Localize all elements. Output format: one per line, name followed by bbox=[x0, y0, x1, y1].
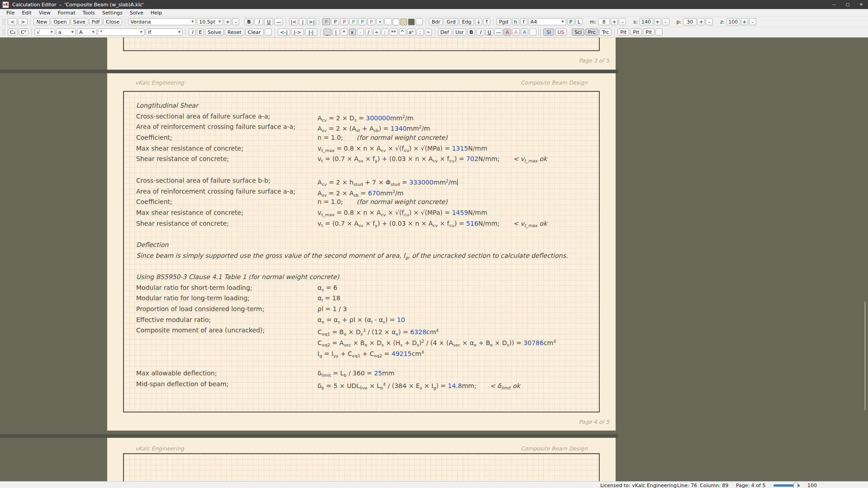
menu-settings[interactable]: Settings bbox=[99, 9, 126, 16]
doc-row[interactable]: Longtitudinal Shear bbox=[124, 100, 599, 111]
nav-back-button[interactable]: < bbox=[8, 18, 17, 25]
menu-solve[interactable]: Solve bbox=[126, 9, 147, 16]
math-strike-button[interactable]: — bbox=[494, 28, 503, 36]
plot-3-button[interactable]: Plt bbox=[643, 28, 655, 36]
indent-left-button[interactable]: <-| bbox=[278, 28, 290, 36]
user-button[interactable]: Usr bbox=[453, 28, 466, 36]
page-decrease-button[interactable]: - bbox=[706, 18, 713, 25]
underline-button[interactable]: U bbox=[264, 18, 273, 25]
define-button[interactable]: Def bbox=[438, 28, 452, 36]
color-swatch-beige[interactable] bbox=[400, 19, 407, 25]
paper-size-combo[interactable]: A4▼ bbox=[528, 18, 566, 25]
close-window-button[interactable]: ✕ bbox=[854, 0, 868, 9]
paragraph-style-orange-button[interactable]: P bbox=[367, 18, 375, 25]
blank-button[interactable] bbox=[416, 18, 423, 25]
align-left-button[interactable]: |< bbox=[289, 18, 298, 25]
zoom-slider[interactable] bbox=[773, 484, 800, 487]
pipe-operator-button[interactable]: | bbox=[332, 28, 340, 36]
superscript-button[interactable]: C² bbox=[19, 28, 28, 36]
align-right-button[interactable]: >| bbox=[307, 18, 316, 25]
semicolon-button[interactable]: ; bbox=[417, 28, 424, 36]
font-size-combo[interactable]: 10.5pt▼ bbox=[197, 18, 223, 25]
spacing-increase-button[interactable]: + bbox=[654, 18, 661, 25]
nav-forward-button[interactable]: > bbox=[18, 18, 28, 25]
solve-button[interactable]: Solve bbox=[205, 28, 224, 36]
equation-button[interactable]: E bbox=[197, 28, 204, 36]
footer-button[interactable]: f bbox=[520, 18, 527, 25]
space-operator-button[interactable]: _ bbox=[323, 28, 332, 36]
exponent-style-button[interactable]: aᵇ bbox=[407, 28, 416, 36]
menu-tools[interactable]: Tools bbox=[79, 9, 99, 16]
doc-row[interactable]: Cross-sectional area of failure surface … bbox=[124, 111, 599, 122]
root-function-combo[interactable]: √▼ bbox=[34, 28, 55, 36]
doc-row[interactable]: Cross-sectional area of failure surface … bbox=[124, 175, 599, 186]
move-up-button[interactable]: ↑ bbox=[483, 18, 490, 25]
page-3-content-box[interactable] bbox=[123, 38, 600, 51]
doc-row[interactable]: Area of reinforcement crossing failure s… bbox=[124, 186, 599, 197]
font-size-decrease-button[interactable]: - bbox=[232, 18, 239, 25]
zoom-input[interactable]: 100 bbox=[726, 18, 740, 25]
doc-row[interactable]: Using BS5950-3 Clause 4.1 Table 1 (for n… bbox=[124, 272, 599, 283]
clear-button[interactable]: Clear bbox=[245, 28, 264, 36]
font-color-light-red-button[interactable]: A bbox=[512, 28, 520, 36]
function-combo[interactable]: if▼ bbox=[146, 28, 183, 36]
math-underline-button[interactable]: U bbox=[485, 28, 493, 36]
doc-row[interactable]: Ig = Iyy + Ceq1 + Ceq2 = 49215cm4 bbox=[124, 347, 599, 358]
symbol-combo[interactable]: A▼ bbox=[77, 28, 97, 36]
font-family-combo[interactable]: Verdana▼ bbox=[128, 18, 196, 25]
paragraph-style-gray-button[interactable]: P bbox=[322, 18, 330, 25]
reset-button[interactable]: Reset bbox=[225, 28, 244, 36]
scientific-notation-button[interactable]: Sci bbox=[572, 28, 584, 36]
menu-format[interactable]: Format bbox=[54, 9, 79, 16]
doc-row[interactable]: Mid-span deflection of beam;δb = 5 × UDL… bbox=[124, 379, 599, 390]
color-swatch-olive[interactable] bbox=[408, 19, 415, 25]
plot-1-button[interactable]: Plt bbox=[617, 28, 629, 36]
indent-both-button[interactable]: |-| bbox=[305, 28, 318, 36]
border-button[interactable]: Bdr bbox=[429, 18, 443, 25]
doc-row[interactable]: Deflection bbox=[124, 240, 599, 251]
page-4-content-box[interactable]: Longtitudinal ShearCross-sectional area … bbox=[123, 91, 600, 412]
menu-view[interactable]: View bbox=[35, 9, 54, 16]
blank-button[interactable] bbox=[655, 28, 663, 36]
si-units-button[interactable]: SI bbox=[543, 28, 554, 36]
dot-operator-button[interactable]: · bbox=[357, 28, 364, 36]
move-down-button[interactable]: ↓ bbox=[475, 18, 482, 25]
margin-input[interactable]: 8 bbox=[598, 18, 610, 25]
doc-row[interactable]: Area of reinforcement crossing failure s… bbox=[124, 122, 599, 133]
margin-decrease-button[interactable]: - bbox=[619, 18, 626, 25]
tilde-button[interactable]: ~ bbox=[425, 28, 432, 36]
landscape-button[interactable]: L bbox=[575, 18, 583, 25]
zoom-decrease-button[interactable]: - bbox=[749, 18, 756, 25]
save-button[interactable]: Save bbox=[71, 18, 88, 25]
portrait-button[interactable]: P bbox=[567, 18, 574, 25]
toolbar-handle[interactable] bbox=[3, 18, 5, 25]
minimize-button[interactable]: — bbox=[827, 0, 841, 9]
spacing-decrease-button[interactable]: - bbox=[662, 18, 669, 25]
new-button[interactable]: New bbox=[33, 18, 50, 25]
header-button[interactable]: h bbox=[512, 18, 519, 25]
math-bold-button[interactable]: B bbox=[467, 28, 475, 36]
strikethrough-button[interactable]: — bbox=[274, 18, 283, 25]
page-increase-button[interactable]: + bbox=[697, 18, 705, 25]
doc-row[interactable]: Max allowable deflection;δlimit = Lb / 3… bbox=[124, 368, 599, 379]
asterisk-operator-button[interactable]: * bbox=[341, 28, 348, 36]
doc-row[interactable]: Proportion of load considered long-term;… bbox=[124, 304, 599, 315]
grid-button[interactable]: Grd bbox=[444, 18, 458, 25]
greek-letter-combo[interactable]: a▼ bbox=[56, 28, 76, 36]
zoom-increase-button[interactable]: + bbox=[741, 18, 748, 25]
open-button[interactable]: Open bbox=[51, 18, 69, 25]
precision-button[interactable]: Prc bbox=[585, 28, 598, 36]
paragraph-style-green-button[interactable]: P bbox=[349, 18, 357, 25]
pdf-button[interactable]: Pdf bbox=[89, 18, 103, 25]
doc-row[interactable]: Shear resistance of concrete;vt = (0.7 ×… bbox=[124, 154, 599, 165]
paragraph-style-black-button[interactable]: P bbox=[331, 18, 339, 25]
page-setup-button[interactable]: Pgd bbox=[496, 18, 511, 25]
colon-operator-button[interactable]: : bbox=[381, 28, 389, 36]
vertical-scrollbar[interactable] bbox=[864, 302, 866, 410]
slash-operator-button[interactable]: / bbox=[365, 28, 372, 36]
margin-increase-button[interactable]: + bbox=[611, 18, 618, 25]
menu-file[interactable]: File bbox=[3, 9, 18, 16]
math-italic-button[interactable]: I bbox=[476, 28, 484, 36]
blank-button[interactable] bbox=[265, 28, 272, 36]
blank-button[interactable] bbox=[529, 28, 536, 36]
